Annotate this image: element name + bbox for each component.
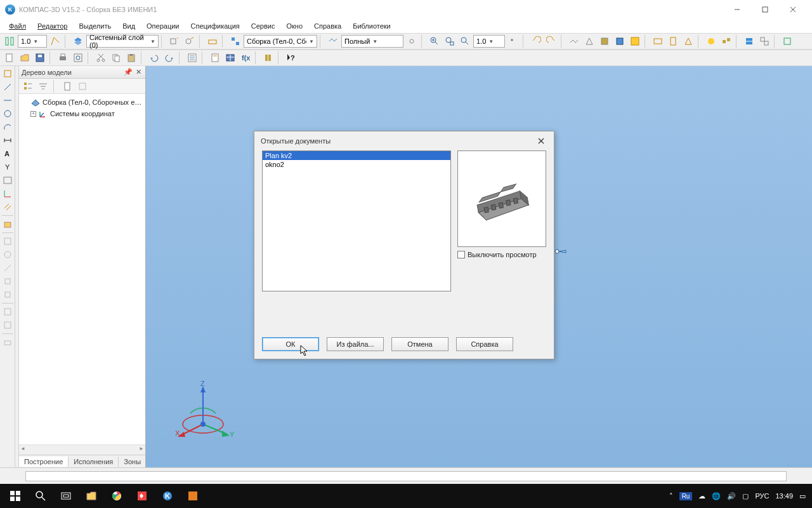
simplify-icon[interactable]	[757, 34, 771, 48]
dialog-close-button[interactable]	[535, 135, 547, 147]
vt-y-icon[interactable]: Y	[1, 161, 14, 173]
vt-line-icon[interactable]	[1, 94, 14, 107]
tree-close-icon[interactable]: ✕	[134, 68, 143, 77]
paste-icon[interactable]	[124, 51, 138, 65]
vt-circle-icon[interactable]	[1, 107, 14, 120]
ok-button[interactable]: ОК	[262, 337, 319, 351]
help-button[interactable]: Справка	[456, 337, 513, 351]
undo-icon[interactable]	[529, 34, 543, 48]
hidden-icon[interactable]	[582, 34, 596, 48]
tray-lang[interactable]: РУС	[755, 492, 769, 500]
tray-clock[interactable]: 13:49	[775, 492, 793, 500]
tool-b-icon[interactable]	[183, 34, 197, 48]
redo2-icon[interactable]	[162, 51, 176, 65]
vt-arc-icon[interactable]	[1, 121, 14, 133]
menu-edit[interactable]: Редактор	[32, 21, 72, 31]
scale-combo[interactable]: 1.0▼	[18, 35, 47, 48]
tray-lang-short[interactable]: Ru	[679, 492, 693, 500]
close-button[interactable]	[779, 0, 807, 19]
vt-table-icon[interactable]	[1, 174, 14, 187]
rebuild-icon[interactable]	[780, 34, 794, 48]
help-icon[interactable]: ?	[284, 51, 298, 65]
tree-expand-icon[interactable]	[76, 80, 89, 93]
chrome-icon[interactable]	[104, 484, 129, 508]
detail-icon[interactable]	[326, 34, 340, 48]
tray-onedrive-icon[interactable]: ☁	[698, 492, 705, 500]
command-input[interactable]	[25, 471, 787, 481]
ortho-icon[interactable]	[48, 34, 62, 48]
tree-tab-build[interactable]: Построение	[19, 457, 69, 467]
menu-select[interactable]: Выделить	[74, 21, 116, 31]
tray-battery-icon[interactable]: ▢	[742, 492, 749, 500]
maximize-button[interactable]	[751, 0, 779, 19]
list-item[interactable]: okno2	[263, 160, 450, 169]
view-c-icon[interactable]	[681, 34, 695, 48]
menu-view[interactable]: Вид	[117, 21, 140, 31]
menu-libs[interactable]: Библиотеки	[348, 21, 396, 31]
vt-dim-icon[interactable]	[1, 134, 14, 147]
start-button[interactable]	[3, 484, 28, 508]
menu-operations[interactable]: Операции	[141, 21, 184, 31]
layer-combo[interactable]: Системный слой (0)▼	[86, 35, 159, 48]
menu-window[interactable]: Окно	[281, 21, 308, 31]
zoom-fit-icon[interactable]	[458, 34, 472, 48]
app1-icon[interactable]	[129, 484, 155, 508]
tree-mode-icon[interactable]	[22, 80, 34, 93]
shaded-icon[interactable]	[598, 34, 612, 48]
tree-pin-icon[interactable]: 📌	[124, 68, 133, 77]
cut-icon[interactable]	[94, 51, 108, 65]
tray-sound-icon[interactable]: 🔊	[727, 492, 736, 500]
menu-help[interactable]: Справка	[309, 21, 346, 31]
menu-file[interactable]: Файл	[4, 21, 31, 31]
zoom-combo[interactable]: 1.0▼	[473, 35, 505, 48]
tray-network-icon[interactable]: 🌐	[712, 492, 721, 500]
copy-icon[interactable]	[109, 51, 123, 65]
shaded-edges-icon[interactable]	[613, 34, 627, 48]
section-icon[interactable]	[742, 34, 756, 48]
disable-preview-checkbox[interactable]: Выключить просмотр	[457, 251, 546, 258]
redo-icon[interactable]	[544, 34, 558, 48]
tree-doc-icon[interactable]	[61, 80, 74, 93]
render-icon[interactable]	[628, 34, 642, 48]
vt-edit-icon[interactable]	[1, 67, 14, 80]
explode-icon[interactable]	[719, 34, 733, 48]
tree-tab-exec[interactable]: Исполнения	[69, 457, 119, 467]
wireframe-icon[interactable]	[567, 34, 581, 48]
explorer-icon[interactable]	[79, 484, 104, 508]
from-file-button[interactable]: Из файла...	[327, 337, 384, 351]
vt-axis-icon[interactable]	[1, 187, 14, 200]
tool-c-icon[interactable]	[206, 34, 219, 48]
appearance-icon[interactable]	[704, 34, 718, 48]
properties-icon[interactable]	[185, 51, 199, 65]
body-combo[interactable]: Сборка (Тел-0, Сборочных единиц-0, Детал…	[244, 35, 317, 48]
open-icon[interactable]	[18, 51, 32, 65]
print-icon[interactable]	[56, 51, 70, 65]
tray-notifications-icon[interactable]: ▭	[799, 492, 806, 500]
vt-op1-icon[interactable]	[1, 218, 14, 231]
cancel-button[interactable]: Отмена	[391, 337, 449, 351]
assembly-icon[interactable]	[228, 34, 242, 48]
library-icon[interactable]	[261, 51, 275, 65]
zoom-window-icon[interactable]	[443, 34, 457, 48]
save-icon[interactable]	[33, 51, 47, 65]
view-b-icon[interactable]	[666, 34, 680, 48]
undo2-icon[interactable]	[147, 51, 161, 65]
vt-sketch-icon[interactable]	[1, 81, 14, 93]
vt-hatch-icon[interactable]	[1, 201, 14, 213]
tree-child-node[interactable]: + Системы координат	[19, 108, 145, 119]
kompas-task-icon[interactable]: K	[155, 484, 180, 508]
tool-a-icon[interactable]	[167, 34, 181, 48]
detail-combo[interactable]: Полный▼	[341, 35, 403, 48]
detail-opt-icon[interactable]	[405, 34, 419, 48]
tree-root-node[interactable]: Сборка (Тел-0, Сборочных е…	[19, 97, 145, 108]
search-icon[interactable]	[28, 484, 53, 508]
vt-text-icon[interactable]: A	[1, 147, 14, 160]
new-icon[interactable]	[3, 51, 16, 65]
tree-filter-icon[interactable]	[37, 80, 49, 93]
menu-service[interactable]: Сервис	[246, 21, 280, 31]
preview-icon[interactable]	[71, 51, 85, 65]
layers-icon[interactable]	[71, 34, 85, 48]
minimize-button[interactable]	[723, 0, 751, 19]
spec-icon[interactable]	[208, 51, 222, 65]
app2-icon[interactable]	[180, 484, 206, 508]
